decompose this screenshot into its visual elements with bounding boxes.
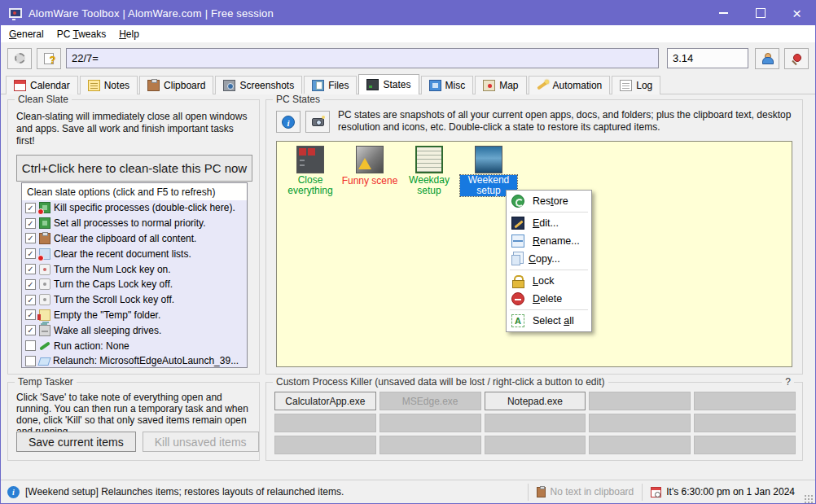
tab-calendar[interactable]: Calendar xyxy=(6,76,78,94)
clean-slate-option-wake-all-sleeping-dr[interactable]: ✓Wake all sleeping drives. xyxy=(22,322,247,338)
clean-slate-group: Clean Slate Clean-slating will immediate… xyxy=(7,99,260,375)
state-weekend-setup[interactable]: Weekend setup xyxy=(460,146,517,196)
user-button[interactable] xyxy=(755,48,779,69)
window-controls xyxy=(705,1,815,25)
context-menu-delete[interactable]: Delete xyxy=(507,290,591,308)
checkbox[interactable] xyxy=(25,340,36,351)
process-button-empty[interactable] xyxy=(379,414,481,432)
process-button-empty[interactable] xyxy=(694,392,796,410)
automation-icon xyxy=(537,80,549,91)
checkbox[interactable] xyxy=(25,356,36,366)
tab-automation[interactable]: Automation xyxy=(529,76,611,94)
scroll-lock-key-icon xyxy=(39,294,50,305)
clean-slate-option-kill-specific-proces[interactable]: ✓Kill specific processes (double-click h… xyxy=(22,200,247,216)
log-icon xyxy=(620,80,632,91)
clean-slate-description: Clean-slating will immediately close all… xyxy=(16,111,251,147)
maximize-button[interactable] xyxy=(742,1,779,25)
process-button-empty[interactable] xyxy=(485,414,586,432)
tab-log[interactable]: Log xyxy=(612,76,660,94)
tab-misc[interactable]: Misc xyxy=(421,76,474,94)
process-button-empty[interactable] xyxy=(379,436,481,454)
num-lock-key-icon xyxy=(39,264,50,275)
process-button-empty[interactable] xyxy=(274,436,376,454)
checkbox[interactable]: ✓ xyxy=(25,218,36,229)
state-label: Close everything xyxy=(282,175,339,196)
toolbar: 3.14 xyxy=(1,43,815,73)
context-menu-edit[interactable]: Edit... xyxy=(507,214,591,232)
funny-scene-thumbnail xyxy=(356,146,384,173)
process-button-msedge-exe[interactable]: MSEdge.exe xyxy=(379,392,481,410)
result-field[interactable]: 3.14 xyxy=(667,48,748,68)
capture-state-button[interactable] xyxy=(305,111,330,133)
tab-screenshots[interactable]: Screenshots xyxy=(215,76,302,94)
pc-states-info-button[interactable]: i xyxy=(276,111,301,133)
clean-slate-option-turn-the-scroll-lock[interactable]: ✓Turn the Scroll Lock key off. xyxy=(22,292,247,308)
process-button-empty[interactable] xyxy=(274,414,376,432)
clean-slate-option-relaunch-microsofte[interactable]: Relaunch: MicrosoftEdgeAutoLaunch_39... xyxy=(22,353,247,368)
restore-icon xyxy=(511,195,524,208)
checkbox[interactable]: ✓ xyxy=(25,203,36,213)
state-label: Weekday setup xyxy=(401,175,458,196)
tab-notes[interactable]: Notes xyxy=(80,76,138,94)
clean-slate-option-set-all-processes-to[interactable]: ✓Set all processes to normal priority. xyxy=(22,216,247,231)
clean-slate-option-empty-the-temp-fol[interactable]: ✓Empty the "Temp" folder. xyxy=(22,308,247,323)
clipboard-status-icon xyxy=(537,487,546,497)
clean-slate-option-run-action-none[interactable]: Run action: None xyxy=(22,338,247,353)
tab-clipboard[interactable]: Clipboard xyxy=(139,76,213,94)
state-funny-scene[interactable]: Funny scene xyxy=(341,146,398,186)
quick-help-button[interactable] xyxy=(37,48,61,69)
menu-item-label: Rename... xyxy=(533,235,580,247)
checkbox[interactable]: ✓ xyxy=(25,325,36,335)
settings-button[interactable] xyxy=(7,48,32,69)
close-button[interactable] xyxy=(779,1,815,25)
minimize-button[interactable] xyxy=(705,1,742,25)
process-button-calculatorapp-exe[interactable]: CalculatorApp.exe xyxy=(274,392,376,410)
context-menu-select-all[interactable]: Select all xyxy=(507,312,591,330)
checkbox[interactable]: ✓ xyxy=(25,309,36,320)
tab-states[interactable]: States xyxy=(358,74,419,94)
checkbox[interactable]: ✓ xyxy=(25,248,36,259)
tab-files[interactable]: Files xyxy=(304,76,357,94)
clean-slate-option-clear-the-clipboard[interactable]: ✓Clear the clipboard of all content. xyxy=(22,231,247,247)
tab-map[interactable]: Map xyxy=(475,76,526,94)
state-close-everything[interactable]: Close everything xyxy=(282,146,339,196)
temp-tasker-buttons: Save current items Kill unsaved items xyxy=(16,432,259,452)
option-label: Turn the Caps Lock key off. xyxy=(54,278,173,290)
selectall-icon xyxy=(511,314,524,327)
process-killer-help[interactable]: ? xyxy=(782,376,794,388)
context-menu-copy[interactable]: Copy... xyxy=(507,250,591,268)
clean-slate-now-button[interactable]: Ctrl+Click here to clean-slate this PC n… xyxy=(16,155,252,182)
pin-button[interactable] xyxy=(784,48,809,69)
help-doc-icon xyxy=(44,53,54,64)
window-title: AlomWare Toolbox | AlomWare.com | Free s… xyxy=(29,7,274,20)
menu-separator xyxy=(510,212,588,213)
context-menu-rename[interactable]: Rename... xyxy=(507,232,591,250)
process-button-empty[interactable] xyxy=(485,436,586,454)
command-input[interactable] xyxy=(66,48,659,68)
process-button-empty[interactable] xyxy=(589,436,691,454)
clean-slate-list-header[interactable]: Clean slate options (click and F5 to ref… xyxy=(22,183,247,200)
menu-general[interactable]: General xyxy=(2,26,50,42)
process-button-notepad-exe[interactable]: Notepad.exe xyxy=(485,392,586,410)
checkbox[interactable]: ✓ xyxy=(25,279,36,290)
menu-separator xyxy=(510,309,588,310)
checkbox[interactable]: ✓ xyxy=(25,264,36,274)
context-menu-lock[interactable]: Lock xyxy=(507,272,591,290)
menu-pc-tweaks[interactable]: PC Tweaks xyxy=(50,26,112,42)
checkbox[interactable]: ✓ xyxy=(25,233,36,243)
menu-help[interactable]: Help xyxy=(112,26,146,42)
state-weekday-setup[interactable]: Weekday setup xyxy=(401,146,458,196)
process-button-empty[interactable] xyxy=(694,414,796,432)
clean-slate-option-turn-the-caps-lock-k[interactable]: ✓Turn the Caps Lock key off. xyxy=(22,277,247,292)
process-button-empty[interactable] xyxy=(589,414,691,432)
clean-slate-option-turn-the-num-lock-ke[interactable]: ✓Turn the Num Lock key on. xyxy=(22,261,247,277)
process-button-empty[interactable] xyxy=(694,436,796,454)
process-button-empty[interactable] xyxy=(589,392,691,410)
clean-slate-option-clear-the-recent-doc[interactable]: ✓Clear the recent document lists. xyxy=(22,246,247,261)
context-menu-restore[interactable]: Restore xyxy=(507,192,591,210)
datetime-section: It's 6:30:00 pm on 1 Jan 2024 xyxy=(642,484,803,501)
kill-unsaved-items-button: Kill unsaved items xyxy=(143,432,259,452)
checkbox[interactable]: ✓ xyxy=(25,295,36,305)
resize-grip[interactable] xyxy=(803,493,813,503)
save-current-items-button[interactable]: Save current items xyxy=(16,432,136,452)
